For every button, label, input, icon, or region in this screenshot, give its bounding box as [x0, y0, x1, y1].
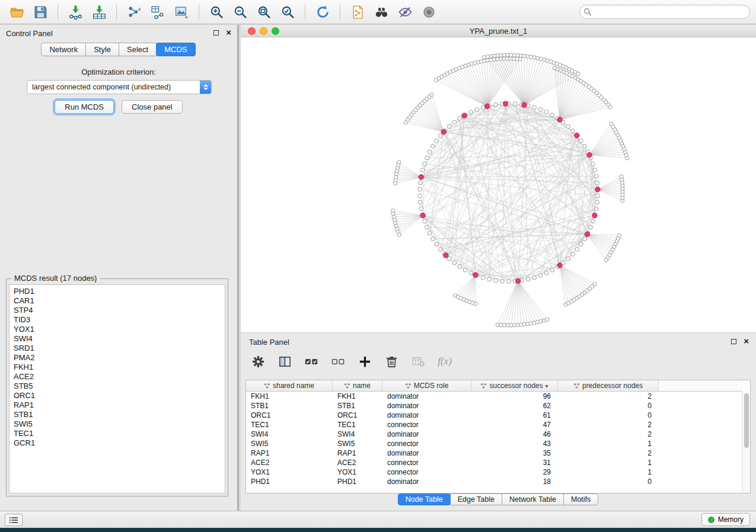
graph-node[interactable] [428, 150, 432, 154]
mcds-hub-node[interactable] [587, 152, 592, 157]
share-document-button[interactable] [347, 2, 368, 21]
graph-node[interactable] [532, 275, 537, 280]
graph-node[interactable] [507, 280, 511, 284]
mcds-hub-node[interactable] [515, 278, 520, 283]
graph-node[interactable] [591, 162, 595, 166]
graph-node[interactable] [431, 237, 435, 241]
mcds-result-item[interactable]: STB5 [14, 382, 225, 391]
network-graph[interactable] [241, 37, 756, 332]
import-table-button[interactable] [88, 2, 110, 21]
run-mcds-button[interactable]: Run MCDS [55, 100, 114, 114]
tab-network-table[interactable]: Network Table [502, 493, 564, 505]
graph-node[interactable] [583, 144, 587, 148]
mcds-hub-node[interactable] [522, 102, 527, 107]
mcds-hub-node[interactable] [557, 263, 562, 268]
export-image-button[interactable] [171, 2, 192, 21]
graph-node[interactable] [435, 139, 439, 143]
hide-details-button[interactable] [394, 2, 416, 21]
function-builder-button[interactable]: f(x) [436, 352, 454, 370]
close-panel-button[interactable]: Close panel [122, 100, 183, 114]
graph-node[interactable] [434, 78, 438, 82]
graph-node[interactable] [423, 162, 427, 166]
graph-node[interactable] [474, 302, 477, 306]
table-row[interactable]: SWI4SWI4dominator462 [246, 430, 742, 439]
zoom-fit-button[interactable] [253, 2, 275, 21]
export-network-button[interactable] [123, 2, 145, 21]
graph-node[interactable] [583, 237, 587, 241]
table-scrollbar-thumb[interactable] [744, 393, 749, 448]
table-scrollbar[interactable] [742, 392, 750, 493]
zoom-selected-button[interactable] [277, 2, 298, 21]
graph-node[interactable] [594, 174, 598, 178]
graph-node[interactable] [431, 144, 435, 148]
graph-node[interactable] [593, 168, 597, 172]
network-window-titlebar[interactable]: YPA_prune.txt_1 [241, 25, 756, 37]
import-network-button[interactable] [65, 2, 86, 21]
graph-node[interactable] [428, 231, 432, 235]
criterion-dropdown[interactable]: largest connected component (undirected) [27, 80, 212, 94]
graph-node[interactable] [438, 248, 442, 252]
mcds-result-item[interactable]: GCR1 [14, 438, 225, 448]
table-row[interactable]: TEC1TEC1connector472 [246, 420, 742, 430]
graph-node[interactable] [475, 107, 479, 111]
mcds-result-item[interactable]: FKH1 [14, 363, 225, 372]
tab-mcds[interactable]: MCDS [156, 43, 195, 56]
graph-node[interactable] [579, 242, 583, 246]
graph-node[interactable] [532, 105, 537, 110]
graph-node[interactable] [418, 181, 422, 185]
graph-node[interactable] [458, 117, 462, 121]
mcds-hub-node[interactable] [444, 253, 448, 258]
graph-node[interactable] [448, 257, 452, 261]
graph-node[interactable] [435, 242, 439, 246]
graph-node[interactable] [397, 233, 401, 236]
table-row[interactable]: PHD1PHD1dominator180 [246, 477, 742, 486]
add-row-button[interactable] [356, 352, 374, 370]
column-header-mcds-role[interactable]: MCDS role [382, 380, 471, 391]
graph-node[interactable] [620, 175, 623, 178]
mcds-hub-node[interactable] [441, 130, 446, 134]
graph-node[interactable] [458, 265, 462, 269]
graph-node[interactable] [420, 168, 425, 172]
zoom-out-button[interactable] [229, 2, 251, 21]
mcds-result-item[interactable]: PHD1 [14, 287, 225, 296]
graph-node[interactable] [550, 113, 554, 117]
graph-node[interactable] [419, 207, 423, 211]
graph-node[interactable] [425, 225, 429, 229]
network-canvas[interactable] [241, 37, 756, 332]
graph-node[interactable] [418, 187, 422, 191]
float-table-panel-icon[interactable] [731, 339, 736, 344]
graph-node[interactable] [595, 200, 599, 204]
tab-select[interactable]: Select [119, 43, 157, 56]
graph-node[interactable] [418, 194, 422, 198]
graph-node[interactable] [487, 277, 492, 281]
graph-node[interactable] [500, 279, 505, 283]
select-all-button[interactable] [302, 352, 320, 370]
graph-node[interactable] [594, 207, 598, 211]
mcds-result-item[interactable]: ACE2 [14, 372, 225, 382]
close-panel-icon[interactable]: × [226, 27, 231, 38]
graph-node[interactable] [571, 252, 575, 257]
graph-node[interactable] [566, 257, 570, 261]
table-row[interactable]: STB1STB1dominator620 [246, 401, 742, 411]
graph-node[interactable] [593, 283, 596, 286]
graph-node[interactable] [610, 122, 613, 126]
save-session-button[interactable] [30, 2, 51, 21]
mcds-hub-node[interactable] [420, 213, 425, 218]
memory-button[interactable]: Memory [701, 513, 750, 526]
graph-node[interactable] [452, 120, 457, 124]
mcds-hub-node[interactable] [473, 273, 478, 277]
show-details-button[interactable] [418, 2, 439, 21]
graph-node[interactable] [452, 261, 457, 265]
graph-node[interactable] [571, 129, 575, 133]
graph-node[interactable] [481, 275, 485, 280]
mcds-result-item[interactable]: RAP1 [14, 400, 225, 410]
tab-node-table[interactable]: Node Table [398, 493, 451, 505]
graph-node[interactable] [526, 277, 530, 281]
mcds-result-item[interactable]: SWI4 [14, 334, 225, 344]
search-input[interactable] [579, 5, 750, 19]
graph-node[interactable] [553, 66, 556, 70]
graph-node[interactable] [579, 139, 583, 143]
mcds-result-item[interactable]: YOX1 [14, 325, 225, 334]
mcds-result-item[interactable]: SRD1 [14, 344, 225, 353]
mcds-hub-node[interactable] [575, 133, 579, 137]
